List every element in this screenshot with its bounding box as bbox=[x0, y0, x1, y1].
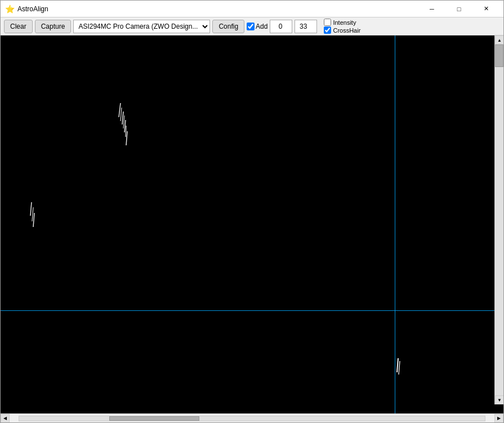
svg-line-10 bbox=[397, 358, 398, 372]
scroll-track[interactable] bbox=[495, 44, 503, 395]
horizontal-scrollbar-area: ◀ ▶ bbox=[1, 413, 503, 422]
title-bar-left: ⭐ AstroAlign bbox=[5, 5, 48, 14]
title-bar: ⭐ AstroAlign ─ □ ✕ bbox=[1, 1, 503, 17]
scroll-up-arrow[interactable]: ▲ bbox=[495, 35, 503, 44]
title-bar-controls: ─ □ ✕ bbox=[419, 1, 499, 17]
spinbox2[interactable] bbox=[295, 20, 317, 33]
spinbox1[interactable] bbox=[270, 20, 292, 33]
intensity-checkbox[interactable] bbox=[324, 19, 331, 26]
app-icon: ⭐ bbox=[5, 5, 14, 14]
crosshair-item: CrossHair bbox=[324, 26, 360, 34]
toolbar: Clear Capture ASI294MC Pro Camera (ZWO D… bbox=[1, 17, 503, 35]
add-checkbox[interactable] bbox=[247, 23, 255, 30]
add-label: Add bbox=[256, 23, 267, 30]
image-area[interactable]: ▲ ▼ bbox=[1, 35, 503, 413]
scroll-right-arrow[interactable]: ▶ bbox=[494, 414, 503, 423]
scroll-down-arrow[interactable]: ▼ bbox=[495, 395, 503, 404]
intensity-item: Intensity bbox=[324, 19, 360, 26]
intensity-label: Intensity bbox=[333, 19, 356, 26]
h-scroll-thumb[interactable] bbox=[109, 416, 199, 421]
vertical-scrollbar[interactable]: ▲ ▼ bbox=[494, 35, 503, 404]
bright-spot-svg bbox=[1, 35, 503, 413]
capture-button[interactable]: Capture bbox=[35, 20, 72, 33]
crosshair-label: CrossHair bbox=[333, 27, 360, 34]
options-group: Intensity CrossHair bbox=[324, 19, 360, 34]
minimize-button[interactable]: ─ bbox=[419, 1, 445, 17]
app-title: AstroAlign bbox=[17, 5, 48, 13]
main-area: ▲ ▼ ◀ ▶ bbox=[1, 35, 503, 422]
close-button[interactable]: ✕ bbox=[473, 1, 499, 17]
camera-select[interactable]: ASI294MC Pro Camera (ZWO Design... bbox=[73, 20, 210, 33]
main-window: ⭐ AstroAlign ─ □ ✕ Clear Capture ASI294M… bbox=[0, 0, 504, 423]
scroll-thumb[interactable] bbox=[495, 44, 503, 67]
crosshair-checkbox[interactable] bbox=[324, 26, 331, 34]
scroll-left-arrow[interactable]: ◀ bbox=[1, 414, 10, 423]
svg-line-11 bbox=[399, 361, 400, 375]
config-button[interactable]: Config bbox=[212, 20, 244, 33]
add-group: Add bbox=[247, 23, 267, 30]
maximize-button[interactable]: □ bbox=[446, 1, 472, 17]
h-scroll-track[interactable] bbox=[19, 416, 485, 421]
clear-button[interactable]: Clear bbox=[4, 20, 33, 33]
